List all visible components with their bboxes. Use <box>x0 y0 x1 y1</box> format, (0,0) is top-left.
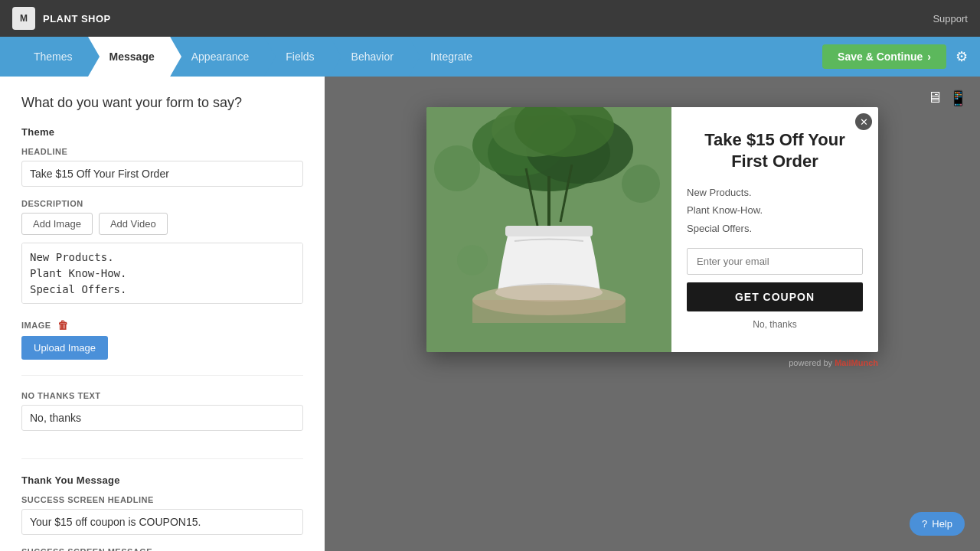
top-nav: M PLANT SHOP Support <box>0 0 980 37</box>
step-themes[interactable]: Themes <box>12 37 88 77</box>
question-icon: ? <box>922 518 927 530</box>
nav-brand: M PLANT SHOP <box>12 7 111 30</box>
upload-image-button[interactable]: Upload Image <box>21 336 108 360</box>
steps-wrapper: Themes Message Appearance Fields Behavio… <box>12 37 488 77</box>
plant-image <box>426 107 671 352</box>
step-message[interactable]: Message <box>88 37 170 77</box>
trash-icon[interactable]: 🗑 <box>57 319 69 331</box>
thank-you-section-label: Thank You Message <box>21 474 303 486</box>
right-panel: 🖥 📱 <box>325 77 980 551</box>
close-button[interactable]: ✕ <box>855 113 872 130</box>
no-thanks-input[interactable] <box>21 405 303 431</box>
step-behavior[interactable]: Behavior <box>330 37 409 77</box>
svg-rect-13 <box>472 300 626 323</box>
email-input[interactable] <box>687 248 863 275</box>
modal-description: New Products. Plant Know-How. Special Of… <box>687 184 863 237</box>
left-panel: What do you want your form to say? Theme… <box>0 77 325 551</box>
description-label: DESCRIPTION <box>21 199 303 208</box>
preview-controls: 🖥 📱 <box>927 89 968 107</box>
chevron-right-icon: › <box>927 51 931 63</box>
desktop-icon[interactable]: 🖥 <box>927 89 942 107</box>
success-headline-label: SUCCESS SCREEN HEADLINE <box>21 495 303 504</box>
svg-rect-10 <box>505 226 593 236</box>
app-name: PLANT SHOP <box>43 13 111 24</box>
no-thanks-link[interactable]: No, thanks <box>753 319 796 330</box>
headline-input[interactable] <box>21 161 303 187</box>
logo-icon: M <box>12 7 35 30</box>
gear-icon[interactable]: ⚙ <box>956 48 968 65</box>
divider-1 <box>21 375 303 376</box>
powered-by: powered by MailMunch <box>426 355 878 369</box>
main-layout: What do you want your form to say? Theme… <box>0 77 980 551</box>
step-integrate[interactable]: Integrate <box>409 37 488 77</box>
steps-right: Save & Continue › ⚙ <box>822 44 968 69</box>
steps-nav: Themes Message Appearance Fields Behavio… <box>0 37 980 77</box>
description-btn-group: Add Image Add Video <box>21 213 303 235</box>
step-appearance[interactable]: Appearance <box>170 37 265 77</box>
success-message-label: SUCCESS SCREEN MESSAGE <box>21 547 303 551</box>
description-textarea[interactable]: New Products. Plant Know-How. Special Of… <box>21 243 303 304</box>
no-thanks-label: NO THANKS TEXT <box>21 391 303 400</box>
add-video-button[interactable]: Add Video <box>99 213 168 235</box>
image-field-label: IMAGE 🗑 <box>21 319 303 331</box>
success-headline-input[interactable] <box>21 509 303 535</box>
add-image-button[interactable]: Add Image <box>21 213 93 235</box>
modal-content-panel: ✕ Take $15 Off Your First Order New Prod… <box>671 107 878 352</box>
modal-image-panel <box>426 107 671 352</box>
svg-point-15 <box>622 165 660 203</box>
save-continue-button[interactable]: Save & Continue › <box>822 44 946 69</box>
modal-headline: Take $15 Off Your First Order <box>687 129 863 173</box>
svg-point-14 <box>434 145 480 191</box>
divider-2 <box>21 458 303 459</box>
get-coupon-button[interactable]: GET COUPON <box>687 282 863 311</box>
support-link[interactable]: Support <box>933 13 968 24</box>
panel-title: What do you want your form to say? <box>21 95 303 111</box>
help-button[interactable]: ? Help <box>910 512 965 536</box>
mobile-icon[interactable]: 📱 <box>949 89 968 107</box>
svg-point-16 <box>457 245 488 276</box>
headline-label: HEADLINE <box>21 147 303 156</box>
modal-preview: ✕ Take $15 Off Your First Order New Prod… <box>426 107 878 352</box>
theme-section-label: Theme <box>21 126 303 138</box>
